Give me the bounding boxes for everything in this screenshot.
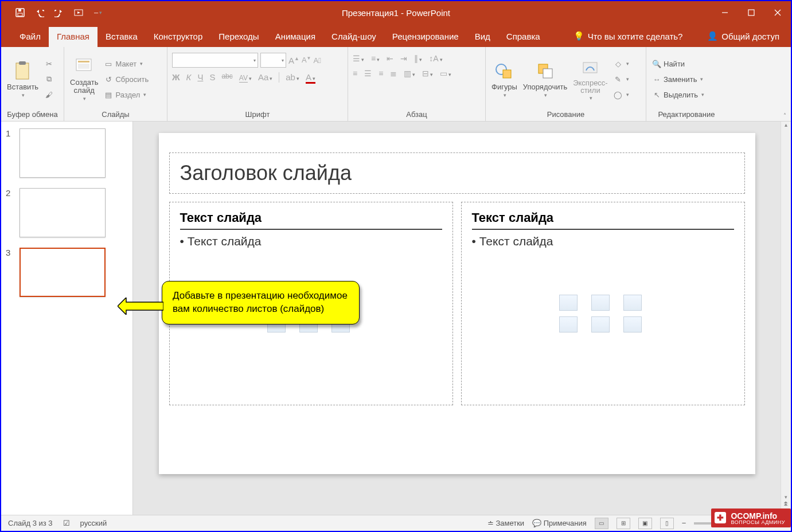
reset-button[interactable]: ↺Сбросить <box>103 72 150 86</box>
tab-file[interactable]: Файл <box>11 27 49 47</box>
cut-button[interactable]: ✂ <box>43 57 54 71</box>
tab-review[interactable]: Рецензирование <box>384 27 467 47</box>
tab-animations[interactable]: Анимация <box>267 27 323 47</box>
share-button[interactable]: 👤 Общий доступ <box>696 26 791 47</box>
align-right-button[interactable]: ≡ <box>379 69 383 78</box>
tell-me-search[interactable]: 💡 Что вы хотите сделать? <box>565 26 691 47</box>
scroll-down-icon[interactable]: ▾ <box>785 494 787 500</box>
paste-button[interactable]: Вставить <box>6 58 40 100</box>
vertical-scrollbar[interactable]: ▾ ⯭ ⯯ <box>781 122 791 515</box>
tab-home[interactable]: Главная <box>49 27 97 47</box>
select-label: Выделить <box>664 91 698 99</box>
start-from-beginning-icon[interactable] <box>74 8 83 17</box>
underline-button[interactable]: Ч <box>197 72 203 84</box>
bullets-button[interactable]: ☰ <box>353 54 364 63</box>
justify-button[interactable]: ≣ <box>390 69 397 78</box>
qat-customize-icon[interactable]: ─ <box>93 8 103 17</box>
insert-picture-icon[interactable] <box>559 316 578 332</box>
new-slide-button[interactable]: Создать слайд <box>69 54 99 104</box>
section-icon: ▤ <box>104 90 113 99</box>
collapse-ribbon-icon[interactable]: ˄ <box>783 112 786 119</box>
sorter-view-icon[interactable]: ⊞ <box>617 518 630 529</box>
thumb-preview[interactable] <box>19 128 106 178</box>
thumb-preview[interactable] <box>19 248 106 297</box>
language-indicator[interactable]: русский <box>80 519 107 527</box>
highlight-button[interactable]: ab <box>286 72 299 84</box>
strike-button[interactable]: abc <box>221 72 232 84</box>
prev-slide-icon[interactable]: ⯭ <box>783 501 789 507</box>
change-case-button[interactable]: Aa <box>258 72 272 84</box>
clear-formatting-icon[interactable]: A⃠ <box>314 56 321 65</box>
document-title: Презентация1 - PowerPoint <box>342 8 450 18</box>
increase-indent-button[interactable]: ⇥ <box>400 54 407 63</box>
align-center-button[interactable]: ☰ <box>364 69 372 78</box>
replace-button[interactable]: ↔Заменить <box>651 72 705 86</box>
effects-icon: ◯ <box>614 90 623 99</box>
thumbnail-2[interactable]: 2 <box>6 188 128 237</box>
tab-transitions[interactable]: Переходы <box>210 27 267 47</box>
close-icon[interactable] <box>764 1 791 24</box>
numbering-button[interactable]: ≡ <box>371 54 380 63</box>
spellcheck-icon[interactable]: ☑ <box>63 519 70 527</box>
redo-icon[interactable] <box>54 8 64 17</box>
shape-effects-button[interactable]: ◯ <box>612 88 630 101</box>
char-spacing-button[interactable]: AV <box>239 72 252 84</box>
font-family-combo[interactable] <box>172 53 258 68</box>
font-color-button[interactable]: A <box>306 72 315 84</box>
insert-online-picture-icon[interactable] <box>591 316 610 332</box>
title-placeholder[interactable]: Заголовок слайда <box>169 152 745 194</box>
insert-smartart-icon[interactable] <box>623 295 642 311</box>
italic-button[interactable]: К <box>186 72 192 84</box>
maximize-icon[interactable] <box>738 1 764 24</box>
insert-video-icon[interactable] <box>623 316 642 332</box>
insert-chart-icon[interactable] <box>591 295 610 311</box>
quick-styles-button[interactable]: Экспресс- стили <box>572 55 609 103</box>
tab-view[interactable]: Вид <box>467 27 498 47</box>
copy-button[interactable]: ⧉ <box>43 72 54 86</box>
arrange-button[interactable]: Упорядочить <box>522 58 568 100</box>
tab-slideshow[interactable]: Слайд-шоу <box>323 27 384 47</box>
slide-counter[interactable]: Слайд 3 из 3 <box>8 519 53 527</box>
columns-button[interactable]: ▥ <box>404 69 415 78</box>
zoom-out-button[interactable]: − <box>682 519 686 527</box>
tab-insert[interactable]: Вставка <box>97 27 146 47</box>
thumbnail-3[interactable]: 3 <box>6 248 128 297</box>
thumb-preview[interactable] <box>19 188 106 237</box>
decrease-indent-button[interactable]: ⇤ <box>387 54 393 63</box>
increase-font-icon[interactable]: A▲ <box>288 56 299 65</box>
line-spacing-button[interactable]: ‖ <box>414 54 422 63</box>
shadow-button[interactable]: S <box>209 72 215 84</box>
shape-outline-button[interactable]: ✎ <box>612 72 630 86</box>
group-label-drawing: Рисование <box>490 109 641 121</box>
minimize-icon[interactable] <box>712 1 738 24</box>
reading-view-icon[interactable]: ▣ <box>638 518 652 529</box>
slideshow-view-icon[interactable]: ▯ <box>660 518 674 529</box>
slide-thumbnails-panel[interactable]: 1 2 3 <box>1 122 133 515</box>
thumbnail-1[interactable]: 1 <box>6 128 128 178</box>
font-size-combo[interactable] <box>260 53 286 68</box>
align-left-button[interactable]: ≡ <box>353 69 357 78</box>
undo-icon[interactable] <box>35 8 44 17</box>
shapes-button[interactable]: Фигуры <box>490 58 518 100</box>
smartart-button[interactable]: ▭ <box>440 69 451 78</box>
notes-button[interactable]: ≐ Заметки <box>487 519 524 527</box>
save-icon[interactable] <box>15 8 25 17</box>
select-button[interactable]: ↖Выделить <box>651 88 705 101</box>
svg-rect-12 <box>78 64 89 69</box>
tab-help[interactable]: Справка <box>498 27 548 47</box>
decrease-font-icon[interactable]: A▼ <box>302 56 311 64</box>
shape-fill-button[interactable]: ◇ <box>612 57 630 71</box>
comments-button[interactable]: 💬 Примечания <box>532 519 587 527</box>
format-painter-button[interactable]: 🖌 <box>43 88 54 101</box>
find-button[interactable]: 🔍Найти <box>651 57 705 71</box>
tab-design[interactable]: Конструктор <box>146 27 211 47</box>
text-direction-button[interactable]: ↕A <box>429 54 442 63</box>
insert-table-icon[interactable] <box>559 295 578 311</box>
align-text-button[interactable]: ⊟ <box>422 69 433 78</box>
group-editing: 🔍Найти ↔Заменить ↖Выделить Редактировани… <box>646 47 727 121</box>
right-content-placeholder[interactable]: Текст слайда Текст слайда <box>461 202 745 405</box>
layout-button[interactable]: ▭Макет <box>103 57 150 71</box>
section-button[interactable]: ▤Раздел <box>103 88 150 101</box>
bold-button[interactable]: Ж <box>172 72 180 84</box>
normal-view-icon[interactable]: ▭ <box>595 518 608 529</box>
